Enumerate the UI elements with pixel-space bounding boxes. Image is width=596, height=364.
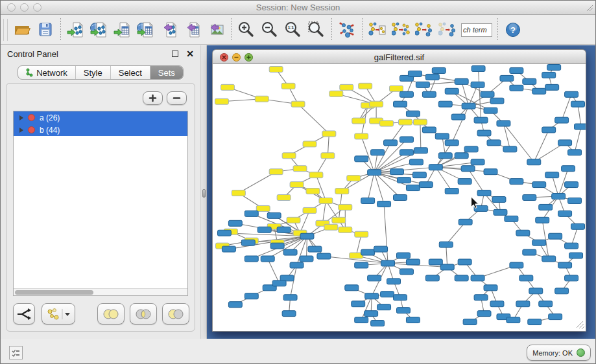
- graph-node-blue[interactable]: [397, 308, 411, 313]
- panel-splitter[interactable]: [200, 45, 207, 339]
- merge-union-button[interactable]: [389, 17, 412, 42]
- graph-node-yellow[interactable]: [221, 84, 234, 90]
- graph-node-yellow[interactable]: [329, 91, 343, 97]
- zoom-out-button[interactable]: [258, 17, 281, 42]
- open-session-button[interactable]: [10, 17, 34, 42]
- graph-node-blue[interactable]: [425, 74, 439, 80]
- graph-node-blue[interactable]: [244, 210, 258, 216]
- graph-node-blue[interactable]: [519, 275, 533, 281]
- graph-node-yellow[interactable]: [232, 190, 245, 196]
- import-network-web-button[interactable]: [88, 17, 111, 42]
- graph-node-blue[interactable]: [477, 311, 491, 317]
- graph-node-blue[interactable]: [435, 133, 449, 139]
- graph-node-blue[interactable]: [568, 198, 582, 203]
- graph-node-blue[interactable]: [228, 302, 242, 308]
- splitter-handle-icon[interactable]: [202, 189, 206, 198]
- graph-node-blue[interactable]: [374, 246, 388, 252]
- zoom-selected-button[interactable]: [305, 17, 328, 42]
- graph-node-yellow[interactable]: [355, 133, 368, 139]
- graph-node-blue[interactable]: [416, 82, 429, 87]
- graph-node-blue[interactable]: [445, 140, 459, 146]
- graph-node-blue[interactable]: [257, 227, 271, 233]
- graph-node-blue[interactable]: [438, 153, 452, 159]
- graph-node-blue[interactable]: [547, 64, 561, 70]
- graph-node-blue[interactable]: [542, 72, 556, 78]
- graph-node-blue[interactable]: [308, 246, 322, 252]
- graph-node-blue[interactable]: [532, 88, 546, 94]
- graph-node-blue[interactable]: [399, 91, 413, 97]
- graph-node-blue[interactable]: [228, 220, 242, 226]
- graph-node-blue[interactable]: [368, 170, 381, 176]
- graph-node-blue[interactable]: [545, 84, 559, 90]
- graph-node-blue[interactable]: [569, 253, 583, 258]
- graph-node-blue[interactable]: [300, 233, 314, 239]
- graph-node-blue[interactable]: [510, 179, 523, 185]
- zoom-1-1-button[interactable]: 1:1: [281, 17, 305, 42]
- zoom-in-button[interactable]: [235, 17, 258, 42]
- graph-node-blue[interactable]: [412, 172, 426, 178]
- graph-node-blue[interactable]: [399, 137, 413, 142]
- save-session-button[interactable]: [34, 17, 57, 42]
- graph-node-blue[interactable]: [492, 197, 506, 203]
- tab-style[interactable]: Style: [76, 66, 111, 79]
- graph-node-blue[interactable]: [523, 78, 536, 84]
- graph-node-blue[interactable]: [406, 259, 420, 265]
- graph-node-blue[interactable]: [527, 159, 541, 165]
- graph-node-yellow[interactable]: [380, 120, 394, 126]
- graph-node-blue[interactable]: [244, 293, 258, 299]
- graph-node-blue[interactable]: [364, 311, 378, 317]
- graph-node-blue[interactable]: [575, 124, 586, 130]
- graph-node-yellow[interactable]: [340, 84, 353, 90]
- graph-node-blue[interactable]: [558, 262, 572, 268]
- graph-node-blue[interactable]: [408, 71, 422, 76]
- graph-node-yellow[interactable]: [282, 153, 296, 159]
- graph-node-blue[interactable]: [394, 101, 407, 107]
- scrollbar-thumb[interactable]: [15, 290, 93, 295]
- graph-node-blue[interactable]: [510, 67, 523, 73]
- graph-node-blue[interactable]: [542, 127, 556, 133]
- graph-node-blue[interactable]: [394, 295, 407, 301]
- graph-node-blue[interactable]: [503, 146, 517, 152]
- graph-node-blue[interactable]: [565, 275, 578, 281]
- graph-node-blue[interactable]: [422, 127, 436, 133]
- graph-node-blue[interactable]: [555, 288, 569, 294]
- graph-node-blue[interactable]: [361, 249, 375, 255]
- graph-node-blue[interactable]: [516, 301, 530, 307]
- graph-node-yellow[interactable]: [355, 231, 368, 237]
- graph-node-blue[interactable]: [477, 130, 491, 136]
- difference-sets-button[interactable]: [162, 303, 189, 324]
- graph-node-yellow[interactable]: [269, 66, 283, 72]
- memory-status-button[interactable]: Memory: OK: [527, 345, 591, 361]
- graph-node-blue[interactable]: [497, 120, 510, 126]
- graph-node-blue[interactable]: [494, 209, 507, 215]
- graph-node-blue[interactable]: [474, 295, 488, 301]
- tab-network[interactable]: Network: [18, 66, 76, 79]
- graph-node-blue[interactable]: [267, 212, 281, 218]
- graph-node-blue[interactable]: [290, 262, 304, 268]
- graph-node-blue[interactable]: [445, 188, 459, 194]
- graph-node-blue[interactable]: [371, 150, 385, 155]
- graph-node-blue[interactable]: [565, 91, 578, 97]
- graph-node-blue[interactable]: [558, 210, 572, 216]
- graph-node-blue[interactable]: [398, 177, 411, 183]
- graph-node-yellow[interactable]: [290, 182, 304, 188]
- graph-node-blue[interactable]: [429, 165, 442, 170]
- create-set-from-network-button[interactable]: [42, 303, 75, 324]
- graph-node-yellow[interactable]: [322, 131, 336, 137]
- graph-node-blue[interactable]: [505, 216, 518, 222]
- network-canvas[interactable]: [212, 64, 586, 332]
- graph-node-blue[interactable]: [477, 190, 491, 196]
- graph-node-blue[interactable]: [462, 103, 475, 109]
- add-set-button[interactable]: [143, 91, 163, 105]
- graph-node-blue[interactable]: [384, 140, 398, 146]
- merge-intersection-button[interactable]: [436, 17, 459, 42]
- graph-node-yellow[interactable]: [309, 172, 323, 178]
- graph-node-blue[interactable]: [516, 230, 530, 236]
- graph-node-blue[interactable]: [523, 195, 536, 201]
- graph-node-blue[interactable]: [406, 317, 420, 323]
- graph-node-blue[interactable]: [464, 146, 478, 152]
- graph-node-blue[interactable]: [529, 288, 543, 294]
- graph-node-blue[interactable]: [555, 117, 569, 123]
- graph-node-blue[interactable]: [484, 169, 497, 175]
- graph-node-blue[interactable]: [471, 275, 484, 281]
